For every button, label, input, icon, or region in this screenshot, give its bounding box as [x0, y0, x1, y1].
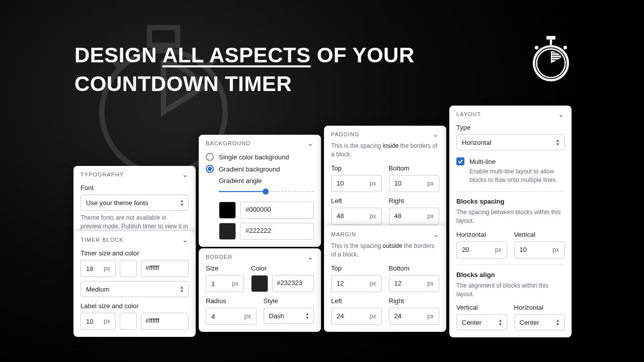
blocks-align-desc: The alignment of blocks within this layo…	[456, 282, 565, 299]
select-arrows-icon: ▴▾	[306, 312, 308, 320]
radio-gradient[interactable]: Gradient background	[206, 163, 314, 175]
stopwatch-icon	[528, 34, 574, 82]
label-color-input[interactable]: #ffffff	[141, 313, 189, 330]
padding-left-input[interactable]: 48px	[331, 208, 382, 225]
margin-top-input[interactable]: 12px	[331, 275, 382, 292]
timer-size-input[interactable]: 18 px	[80, 260, 116, 277]
border-size-input[interactable]: 1 px	[206, 275, 244, 292]
multiline-hint: Enable multi-line layout to allow blocks…	[456, 167, 565, 185]
chevron-down-icon: ⌄	[558, 111, 565, 118]
timer-color-swatch[interactable]	[120, 260, 137, 277]
bg-color1-swatch[interactable]	[219, 202, 236, 219]
bg-color2-swatch[interactable]	[219, 223, 236, 240]
headline-post: OF YOUR	[311, 43, 415, 67]
margin-header[interactable]: MARGIN ⌄	[324, 226, 446, 242]
chevron-down-icon: ⌄	[307, 140, 314, 147]
margin-right-input[interactable]: 24px	[389, 308, 440, 325]
select-arrows-icon: ▴▾	[499, 318, 502, 326]
border-radius-input[interactable]: 4 px	[206, 308, 257, 325]
chevron-down-icon: ⌄	[182, 171, 189, 178]
border-style-label: Style	[264, 297, 314, 305]
headline-line2: COUNTDOWN TIMER	[74, 70, 415, 99]
headline-mid: ALL ASPECTS	[163, 43, 311, 67]
padding-desc: This is the spacing inside the borders o…	[331, 142, 439, 159]
select-arrows-icon: ▴▾	[181, 285, 183, 293]
background-header[interactable]: BACKGROUND ⌄	[199, 135, 321, 151]
blocks-spacing-title: Blocks spacing	[456, 198, 565, 205]
multiline-checkbox[interactable]: Multi-line	[456, 155, 565, 167]
blocks-align-title: Blocks align	[456, 271, 565, 279]
radio-single-color[interactable]: Single color background	[206, 151, 314, 163]
label-size-input[interactable]: 10 px	[80, 313, 116, 330]
border-color-swatch[interactable]	[251, 275, 268, 292]
chevron-down-icon: ⌄	[433, 131, 439, 138]
spacing-horizontal-input[interactable]: 20px	[456, 241, 507, 258]
layout-header[interactable]: LAYOUT ⌄	[449, 106, 572, 122]
border-header[interactable]: BORDER ⌄	[199, 248, 321, 264]
align-horizontal-select[interactable]: Center ▴▾	[514, 314, 565, 330]
spacing-vertical-input[interactable]: 10px	[514, 241, 565, 258]
border-color-input[interactable]: #232323	[272, 275, 314, 292]
border-style-select[interactable]: Dash ▴▾	[264, 308, 314, 324]
blocks-spacing-desc: The spacing between blocks within this l…	[456, 208, 565, 226]
margin-left-input[interactable]: 24px	[331, 308, 382, 325]
page-headline: DESIGN ALL ASPECTS OF YOUR COUNTDOWN TIM…	[74, 41, 415, 98]
gradient-angle-label: Gradient angle	[219, 177, 314, 185]
bg-color2-input[interactable]: #222222	[240, 223, 314, 240]
margin-bottom-input[interactable]: 12px	[389, 275, 440, 292]
padding-bottom-input[interactable]: 10px	[389, 175, 440, 192]
timerblock-header[interactable]: TIMER BLOCK ⌄	[73, 231, 196, 247]
font-select[interactable]: Use your theme fonts ▴▾	[80, 195, 189, 211]
timer-weight-select[interactable]: Medium ▴▾	[80, 281, 189, 297]
headline-pre: DESIGN	[74, 43, 163, 67]
select-arrows-icon: ▴▾	[181, 199, 183, 207]
timer-size-color-label: Timer size and color	[80, 249, 189, 257]
chevron-down-icon: ⌄	[433, 231, 439, 238]
chevron-down-icon: ⌄	[307, 253, 314, 260]
font-label: Font	[80, 184, 189, 192]
border-size-label: Size	[206, 264, 244, 272]
timer-color-input[interactable]: #ffffff	[141, 260, 189, 277]
margin-desc: This is the spacing outside the borders …	[331, 242, 439, 259]
chevron-down-icon: ⌄	[182, 236, 189, 243]
typography-header[interactable]: TYPOGRAPHY ⌄	[73, 166, 196, 182]
svg-point-10	[564, 46, 567, 49]
gradient-angle-slider[interactable]	[219, 189, 314, 195]
border-color-label: Color	[251, 264, 314, 272]
label-size-color-label: Label size and color	[80, 302, 189, 310]
border-radius-label: Radius	[206, 297, 257, 305]
padding-top-input[interactable]: 10px	[331, 175, 382, 192]
select-arrows-icon: ▴▾	[556, 138, 559, 146]
bg-color1-input[interactable]: #000000	[240, 202, 314, 219]
label-color-swatch[interactable]	[120, 313, 137, 330]
svg-rect-7	[546, 36, 555, 40]
svg-point-9	[535, 46, 538, 49]
padding-header[interactable]: PADDING ⌄	[324, 126, 446, 142]
padding-right-input[interactable]: 48px	[389, 208, 440, 225]
align-vertical-select[interactable]: Center ▴▾	[456, 314, 507, 330]
select-arrows-icon: ▴▾	[556, 318, 559, 326]
layout-type-select[interactable]: Horizontal ▴▾	[456, 134, 565, 150]
